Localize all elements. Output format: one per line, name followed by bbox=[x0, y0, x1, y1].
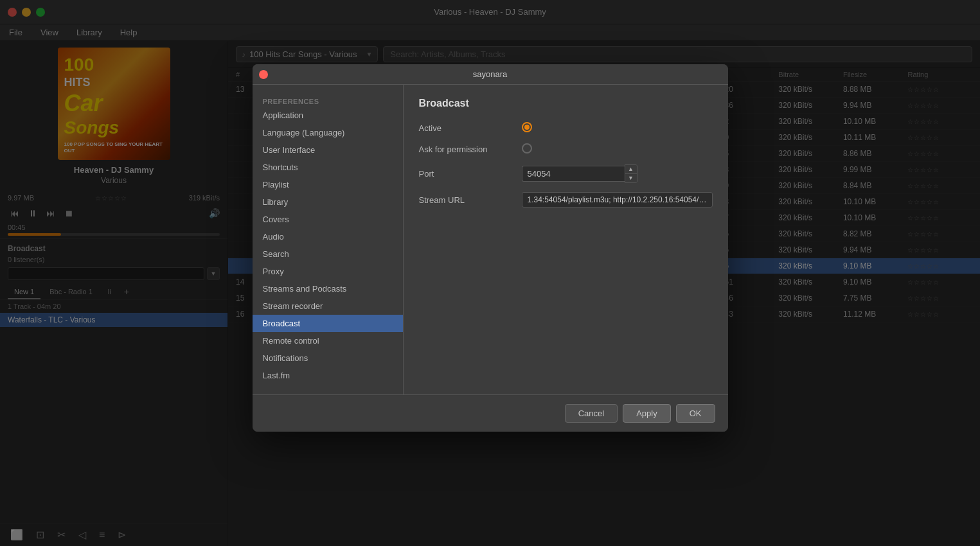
pref-language[interactable]: Language (Language) bbox=[253, 124, 403, 141]
pref-shortcuts[interactable]: Shortcuts bbox=[253, 159, 403, 176]
pref-broadcast[interactable]: Broadcast bbox=[253, 315, 403, 332]
permission-row: Ask for permission bbox=[419, 143, 713, 155]
port-label: Port bbox=[419, 169, 522, 179]
active-radio[interactable] bbox=[522, 122, 532, 132]
url-input[interactable] bbox=[522, 192, 713, 207]
pref-audio[interactable]: Audio bbox=[253, 228, 403, 245]
permission-radio[interactable] bbox=[522, 143, 532, 154]
pref-playlist[interactable]: Playlist bbox=[253, 176, 403, 193]
pref-covers[interactable]: Covers bbox=[253, 211, 403, 228]
modal-title: sayonara bbox=[473, 69, 507, 79]
apply-button[interactable]: Apply bbox=[623, 404, 671, 423]
url-row: Stream URL bbox=[419, 192, 713, 207]
pref-ui[interactable]: User Interface bbox=[253, 141, 403, 159]
preferences-section: Preferences Application Language (Langua… bbox=[253, 92, 403, 387]
pref-remote[interactable]: Remote control bbox=[253, 332, 403, 349]
modal-sidebar: Preferences Application Language (Langua… bbox=[253, 85, 404, 394]
pref-library[interactable]: Library bbox=[253, 193, 403, 211]
pref-section-title: Preferences bbox=[253, 95, 403, 107]
modal-content: Broadcast Active Ask for permission bbox=[404, 85, 728, 394]
pref-application[interactable]: Application bbox=[253, 107, 403, 124]
cancel-button[interactable]: Cancel bbox=[565, 404, 618, 423]
pref-lastfm[interactable]: Last.fm bbox=[253, 367, 403, 384]
active-row: Active bbox=[419, 122, 713, 134]
port-input[interactable] bbox=[522, 166, 625, 182]
active-control bbox=[522, 122, 713, 134]
modal-overlay: sayonara Preferences Application Languag… bbox=[0, 0, 980, 546]
url-label: Stream URL bbox=[419, 195, 522, 205]
modal-close-button[interactable] bbox=[259, 70, 268, 79]
pref-streams[interactable]: Streams and Podcasts bbox=[253, 280, 403, 297]
preferences-modal: sayonara Preferences Application Languag… bbox=[253, 64, 728, 432]
port-row: Port ▲ ▼ bbox=[419, 164, 713, 183]
ok-button[interactable]: OK bbox=[676, 404, 715, 423]
pref-search[interactable]: Search bbox=[253, 245, 403, 263]
modal-footer: Cancel Apply OK bbox=[253, 394, 728, 432]
permission-control bbox=[522, 143, 713, 155]
port-spinners: ▲ ▼ bbox=[625, 164, 637, 183]
port-decrement[interactable]: ▼ bbox=[625, 174, 637, 182]
port-increment[interactable]: ▲ bbox=[625, 165, 637, 173]
pref-stream-recorder[interactable]: Stream recorder bbox=[253, 297, 403, 315]
url-control bbox=[522, 192, 713, 207]
active-label: Active bbox=[419, 123, 522, 133]
pref-proxy[interactable]: Proxy bbox=[253, 263, 403, 280]
permission-label: Ask for permission bbox=[419, 145, 522, 154]
content-title: Broadcast bbox=[419, 98, 713, 109]
modal-titlebar: sayonara bbox=[253, 64, 728, 85]
port-control: ▲ ▼ bbox=[522, 164, 713, 183]
modal-body: Preferences Application Language (Langua… bbox=[253, 85, 728, 394]
pref-notifications[interactable]: Notifications bbox=[253, 349, 403, 367]
